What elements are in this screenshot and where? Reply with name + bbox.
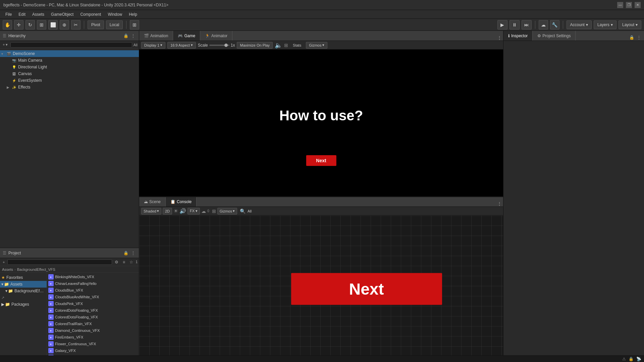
cloud-button[interactable]: ☁: [539, 20, 548, 29]
file-item-6[interactable]: ▸ColoredDotsFloating_VFX: [47, 314, 139, 320]
right-panel-lock-icon[interactable]: 🔒: [629, 35, 635, 41]
project-tree-favorites[interactable]: ★ Favorites: [0, 274, 47, 281]
hierarchy-search-input[interactable]: [10, 42, 132, 48]
scale-slider[interactable]: [209, 45, 229, 46]
vsync-icon[interactable]: ⊞: [284, 43, 288, 48]
play-button[interactable]: ▶: [497, 20, 507, 29]
menu-item-edit[interactable]: Edit: [16, 11, 28, 17]
project-tree-background-effect[interactable]: ▾ 📁 BackgroundEffect_V: [0, 288, 47, 294]
status-icon-lock[interactable]: 🔒: [629, 357, 634, 361]
center-top-tabs-menu[interactable]: ⋮: [496, 35, 503, 41]
project-lock-icon[interactable]: 🔒: [123, 250, 129, 256]
file-item-8[interactable]: ▸Diamond_Continuous_VFX: [47, 327, 139, 334]
menu-item-assets[interactable]: Assets: [30, 11, 47, 17]
minimize-button[interactable]: —: [617, 2, 623, 8]
maximize-on-play-btn[interactable]: Maximize On Play: [237, 42, 273, 49]
menu-item-window[interactable]: Window: [105, 11, 125, 17]
tab-scene[interactable]: ⛰ Scene: [139, 197, 166, 206]
project-tree-packages[interactable]: ▶ 📁 Packages: [0, 301, 47, 308]
account-button[interactable]: Account ▾: [567, 20, 592, 29]
pivot-button[interactable]: Pivot: [88, 20, 104, 29]
scene-search-icon[interactable]: 🔍: [240, 208, 246, 214]
file-item-1[interactable]: ▸ChinarLeavesFallingYello: [47, 280, 139, 287]
audio-icon[interactable]: 🔊: [179, 208, 186, 214]
tab-animation[interactable]: 🎬 Animation: [139, 31, 173, 41]
hierarchy-more-icon[interactable]: ⋮: [130, 33, 136, 39]
breadcrumb-folder[interactable]: BackgroundEffect_VFS: [17, 267, 55, 272]
hierarchy-item-directional-light[interactable]: 💡Directional Light: [0, 64, 139, 70]
file-item-9[interactable]: ▸FireEmbers_VFX: [47, 334, 139, 341]
maximize-button[interactable]: ❐: [626, 2, 632, 8]
project-star-btn[interactable]: ☆: [128, 259, 134, 265]
local-button[interactable]: Local: [106, 20, 123, 29]
scene-tabs-menu[interactable]: ⋮: [496, 201, 503, 206]
2d-toggle[interactable]: 2D: [163, 208, 172, 215]
close-button[interactable]: ✕: [635, 2, 641, 8]
aspect-dropdown[interactable]: 16:9 Aspect ▾: [167, 42, 196, 49]
transform-tool-button[interactable]: ⊕: [60, 20, 69, 29]
hierarchy-item-effects[interactable]: ▶✨Effects: [0, 84, 139, 90]
scale-tool-button[interactable]: ⊞: [37, 20, 46, 29]
scene-gizmos-btn[interactable]: Gizmos ▾: [217, 208, 237, 215]
file-item-7[interactable]: ▸ColoredTrailRain_VFX: [47, 320, 139, 327]
scene-all-filter[interactable]: All: [248, 209, 252, 213]
file-item-5[interactable]: ▸ColoredDotsFloating_VFX: [47, 307, 139, 314]
game-next-button[interactable]: Next: [306, 155, 336, 166]
display-dropdown[interactable]: Display 1 ▾: [141, 42, 165, 49]
scene-next-button[interactable]: Next: [291, 273, 442, 305]
move-tool-button[interactable]: ✛: [14, 20, 23, 29]
shaded-dropdown[interactable]: Shaded ▾: [141, 208, 161, 215]
menu-item-gameobject[interactable]: GameObject: [48, 11, 76, 17]
hierarchy-scene-menu-btn[interactable]: ⋮: [133, 52, 138, 56]
project-tree-assets[interactable]: ▾ 📁 Assets: [0, 281, 47, 288]
lighting-icon[interactable]: ☀: [173, 208, 178, 214]
step-button[interactable]: ⏭: [522, 20, 532, 29]
tab-inspector[interactable]: ℹ Inspector: [503, 31, 533, 41]
mute-icon[interactable]: 🔈: [275, 42, 282, 49]
collab-button[interactable]: 🔧: [550, 20, 559, 29]
file-item-3[interactable]: ▸CloudsBlueAndWhite_VFX: [47, 294, 139, 300]
effects-btn[interactable]: FX ▾: [187, 208, 200, 215]
project-search-input[interactable]: [7, 259, 112, 265]
status-icon-network[interactable]: 📡: [636, 357, 641, 361]
hierarchy-item-main-camera[interactable]: 📷Main Camera: [0, 57, 139, 64]
rect-tool-button[interactable]: ⬜: [48, 20, 58, 29]
breadcrumb-assets[interactable]: Assets: [2, 267, 13, 272]
menu-item-help[interactable]: Help: [126, 11, 140, 17]
tab-game[interactable]: 🎮 Game: [173, 31, 200, 41]
layers-button[interactable]: Layers ▾: [594, 20, 616, 29]
menu-item-file[interactable]: File: [3, 11, 14, 17]
right-panel-more-icon[interactable]: ⋮: [636, 35, 642, 41]
file-item-0[interactable]: ▸BlinkingWhiteDots_VFX: [47, 274, 139, 280]
project-list-view-btn[interactable]: ≡: [121, 259, 127, 265]
hierarchy-lock-icon[interactable]: 🔒: [123, 33, 129, 39]
file-label-7: ColoredTrailRain_VFX: [55, 322, 92, 326]
pause-button[interactable]: ⏸: [509, 20, 520, 29]
snap-button[interactable]: ⊞: [130, 20, 139, 29]
file-item-10[interactable]: ▸Flower_Continuous_VFX: [47, 341, 139, 347]
custom-tool-button[interactable]: ✂: [71, 20, 80, 29]
tab-console[interactable]: 📋 Console: [166, 197, 197, 206]
tab-project-settings[interactable]: ⚙ Project Settings: [533, 31, 576, 41]
hierarchy-all-filter[interactable]: All: [133, 43, 138, 47]
hierarchy-item-demoscene[interactable]: ▾🎬DemoScene⋮: [0, 50, 139, 57]
file-item-4[interactable]: ▸CloudsPink_VFX: [47, 300, 139, 307]
tab-animator[interactable]: 🏃 Animator: [200, 31, 232, 41]
stats-btn[interactable]: Stats: [290, 43, 304, 48]
gizmos-btn[interactable]: Gizmos ▾: [306, 42, 327, 49]
status-icon-warning[interactable]: ⚠: [622, 357, 626, 361]
project-add-btn[interactable]: +: [1, 260, 6, 264]
layout-button[interactable]: Layout ▾: [619, 20, 641, 29]
hierarchy-item-canvas[interactable]: 🖼Canvas: [0, 70, 139, 77]
hierarchy-item-eventsystem[interactable]: ⚡EventSystem: [0, 77, 139, 84]
scene-icon2[interactable]: ⊞: [212, 208, 216, 214]
file-item-2[interactable]: ▸CloudsBlue_VFX: [47, 287, 139, 294]
file-item-11[interactable]: ▸Galaxy_VFX: [47, 347, 139, 354]
project-filter-btn[interactable]: ⚙: [113, 259, 119, 265]
rotate-tool-button[interactable]: ↻: [25, 20, 35, 29]
menu-item-component[interactable]: Component: [77, 11, 104, 17]
hierarchy-add-btn[interactable]: + ▾: [1, 43, 9, 47]
hand-tool-button[interactable]: ✋: [3, 20, 12, 29]
scene-icon1[interactable]: ☁: [201, 208, 206, 214]
project-more-icon[interactable]: ⋮: [130, 250, 136, 256]
